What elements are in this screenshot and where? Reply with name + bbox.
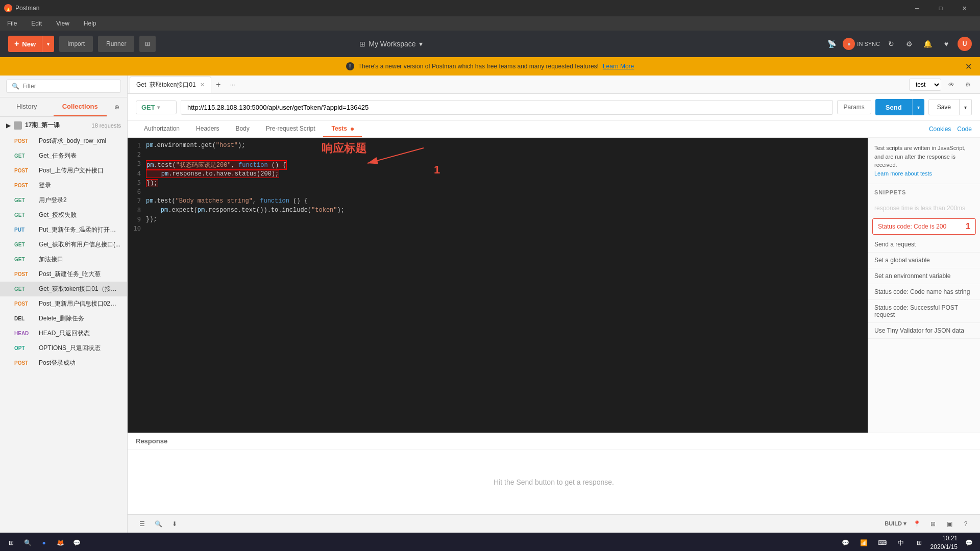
banner-learn-more-link[interactable]: Learn More — [603, 63, 634, 70]
taskbar-chrome-icon[interactable]: ● — [37, 536, 51, 550]
snippet-item-faded[interactable]: response time is less than 200ms — [868, 201, 980, 216]
line-content: pm.response.to.have.status(200); — [146, 170, 279, 178]
snippet-item[interactable]: Send a request — [868, 237, 980, 253]
eye-icon[interactable]: 👁 — [945, 79, 958, 91]
antenna-icon[interactable]: 📡 — [824, 37, 839, 51]
sidebar-add-collection-icon[interactable]: ⊕ — [111, 101, 123, 113]
request-item[interactable]: POST登录 — [0, 178, 127, 193]
send-button[interactable]: Send — [875, 99, 912, 115]
sidebar-tab-collections[interactable]: Collections — [54, 97, 107, 116]
help-icon[interactable]: ? — [960, 518, 972, 530]
send-arrow-button[interactable]: ▾ — [912, 99, 924, 115]
sidebar-toggle-icon[interactable]: ☰ — [136, 518, 148, 530]
user-avatar[interactable]: U — [958, 37, 972, 51]
import-button[interactable]: Import — [59, 36, 93, 52]
learn-more-link[interactable]: Learn more about tests — [874, 170, 932, 177]
start-button[interactable]: ⊞ — [4, 536, 18, 550]
request-item[interactable]: GET加法接口 — [0, 252, 127, 267]
filter-input[interactable] — [22, 83, 115, 90]
sidebar-tab-actions: ⊕ — [107, 101, 127, 113]
bell-icon[interactable]: 🔔 — [921, 37, 935, 51]
request-item[interactable]: GETGet_授权失败 — [0, 208, 127, 222]
collection-header[interactable]: ▶ 17期_第一课 18 requests — [0, 117, 127, 134]
active-request-tab[interactable]: Get_获取token接口01 ✕ — [130, 77, 211, 93]
snippet-item[interactable]: Set an environment variable — [868, 268, 980, 284]
method-badge: HEAD — [14, 331, 35, 336]
code-link[interactable]: Code — [957, 126, 972, 133]
build-label[interactable]: BUILD ▾ — [885, 520, 906, 527]
new-button-arrow[interactable]: ▾ — [42, 36, 54, 52]
code-editor[interactable]: 1pm.environment.get("host");23pm.test("状… — [128, 138, 868, 433]
method-select[interactable]: GET ▾ — [136, 101, 177, 114]
req-tab-tests[interactable]: Tests — [323, 121, 362, 137]
runner-button[interactable]: Runner — [98, 36, 134, 52]
save-arrow-button[interactable]: ▾ — [960, 99, 972, 115]
filter-input-wrapper[interactable]: 🔍 — [6, 80, 121, 93]
menu-help[interactable]: Help — [81, 19, 100, 28]
banner-close-button[interactable]: ✕ — [965, 62, 972, 71]
add-tab-button[interactable]: + — [211, 78, 226, 92]
request-item[interactable]: PUTPut_更新任务_温柔的打开冰... — [0, 222, 127, 237]
snippet-item[interactable]: Status code: Successful POST request — [868, 300, 980, 323]
req-tab-body[interactable]: Body — [227, 121, 257, 137]
cookies-link[interactable]: Cookies — [929, 126, 951, 133]
tray-wechat-icon[interactable]: 💬 — [839, 536, 853, 550]
menu-view[interactable]: View — [53, 19, 72, 28]
url-input[interactable] — [181, 100, 833, 115]
params-button[interactable]: Params — [837, 100, 871, 114]
taskbar-wechat-icon[interactable]: 💬 — [69, 536, 84, 550]
request-list: POSTPost请求_body_row_xmlGETGet_任务列表POSTPo… — [0, 134, 127, 370]
request-item[interactable]: HEADHEAD_只返回状态 — [0, 326, 127, 341]
workspace-button[interactable]: ⊞ My Workspace ▾ — [359, 40, 422, 48]
request-item[interactable]: POSTPost登录成功 — [0, 356, 127, 370]
more-tabs-button[interactable]: ··· — [226, 78, 240, 92]
request-item[interactable]: GETGet_任务列表 — [0, 148, 127, 163]
environment-select[interactable]: testdevprod — [909, 79, 941, 91]
layout-icon[interactable]: ⊞ — [927, 518, 939, 530]
request-item[interactable]: DELDelete_删除任务 — [0, 311, 127, 326]
minimize-button[interactable]: ─ — [905, 0, 929, 16]
request-item[interactable]: OPTOPTIONS_只返回状态 — [0, 341, 127, 356]
snippet-item[interactable]: Use Tiny Validator for JSON data — [868, 323, 980, 339]
request-item[interactable]: GET用户登录2 — [0, 193, 127, 208]
settings-icon[interactable]: ⚙ — [902, 37, 917, 51]
search-bottom-icon[interactable]: 🔍 — [152, 518, 164, 530]
req-tab-authorization[interactable]: Authorization — [136, 121, 188, 137]
tray-wifi-icon[interactable]: 📶 — [857, 536, 871, 550]
request-item[interactable]: POSTPost_更新用户信息接口02（... — [0, 296, 127, 311]
workspace-grid-icon: ⊞ — [359, 40, 365, 48]
request-item[interactable]: POSTPost请求_body_row_xml — [0, 134, 127, 148]
notification-icon[interactable]: 💬 — [962, 536, 976, 550]
request-item[interactable]: GETGet_获取token接口01（接口... — [0, 282, 127, 296]
snippet-item[interactable]: Status code: Code name has string — [868, 284, 980, 300]
snippet-item[interactable]: Set a global variable — [868, 253, 980, 268]
menu-file[interactable]: File — [4, 19, 20, 28]
request-item[interactable]: POSTPost_上传用户文件接口 — [0, 163, 127, 178]
sidebar-tab-history[interactable]: History — [0, 97, 54, 116]
tray-grid-icon[interactable]: ⊞ — [912, 536, 926, 550]
tray-ime-icon[interactable]: 中 — [894, 536, 908, 550]
download-bottom-icon[interactable]: ⬇ — [168, 518, 181, 530]
heart-icon[interactable]: ♥ — [939, 37, 953, 51]
tab-close-icon[interactable]: ✕ — [200, 82, 205, 88]
close-button[interactable]: ✕ — [952, 0, 976, 16]
menu-edit[interactable]: Edit — [28, 19, 45, 28]
save-button[interactable]: Save — [928, 99, 960, 115]
taskbar-search-icon[interactable]: 🔍 — [20, 536, 35, 550]
request-item[interactable]: GETGet_获取所有用户信息接口(... — [0, 237, 127, 252]
snippet-highlighted-item[interactable]: Status code: Code is 200 1 — [872, 218, 976, 235]
req-tab-pre-request[interactable]: Pre-request Script — [258, 121, 324, 137]
url-bar: GET ▾ Params Send ▾ Save ▾ — [128, 94, 980, 121]
taskbar-firefox-icon[interactable]: 🦊 — [53, 536, 67, 550]
location-icon[interactable]: 📍 — [911, 518, 923, 530]
settings-tab-icon[interactable]: ⚙ — [962, 79, 974, 91]
terminal-icon[interactable]: ▣ — [943, 518, 955, 530]
request-item[interactable]: POSTPost_新建任务_吃大葱 — [0, 267, 127, 282]
new-button-main[interactable]: + New — [8, 36, 42, 52]
sync-builder-button[interactable]: ⊞ — [139, 36, 156, 52]
new-button-group[interactable]: + New ▾ — [8, 36, 54, 52]
refresh-icon[interactable]: ↻ — [884, 37, 898, 51]
tray-keyboard-icon[interactable]: ⌨ — [875, 536, 890, 550]
maximize-button[interactable]: □ — [929, 0, 952, 16]
req-tab-headers[interactable]: Headers — [188, 121, 227, 137]
